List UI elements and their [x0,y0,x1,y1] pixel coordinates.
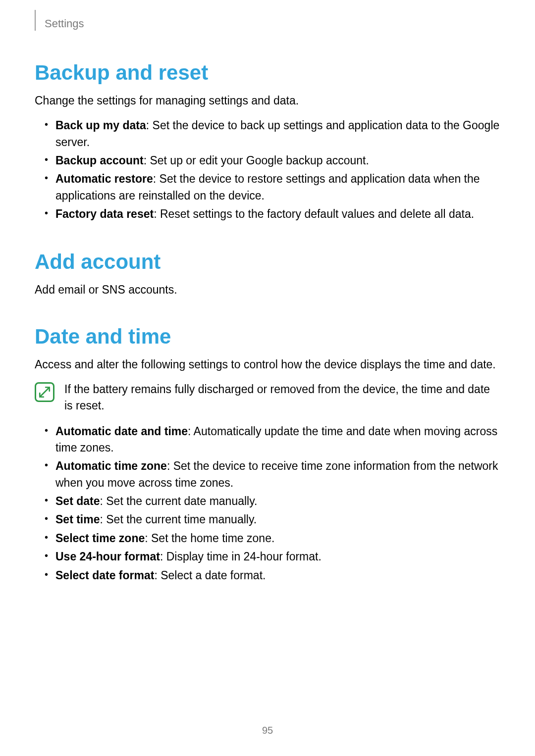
item-desc: : Display time in 24-hour format. [160,550,321,563]
list-item: Back up my data: Set the device to back … [55,117,500,151]
intro-add-account: Add email or SNS accounts. [35,282,500,298]
section-date-and-time: Date and time Access and alter the follo… [35,324,500,584]
list-item: Select time zone: Set the home time zone… [55,530,500,547]
note-text: If the battery remains fully discharged … [64,381,500,413]
list-item: Select date format: Select a date format… [55,567,500,584]
list-date-time: Automatic date and time: Automatically u… [35,423,500,584]
item-desc: : Set up or edit your Google backup acco… [144,154,369,167]
header-divider [35,10,36,31]
item-desc: : Set the current date manually. [100,495,257,507]
note-box: If the battery remains fully discharged … [35,381,500,413]
heading-add-account: Add account [35,250,500,274]
list-item: Automatic restore: Set the device to res… [55,171,500,204]
note-icon [35,382,54,402]
list-backup: Back up my data: Set the device to back … [35,117,500,222]
list-item: Backup account: Set up or edit your Goog… [55,152,500,169]
breadcrumb: Settings [45,17,84,30]
item-label: Automatic date and time [55,425,188,438]
page-number: 95 [0,725,535,736]
list-item: Use 24-hour format: Display time in 24-h… [55,549,500,565]
item-desc: : Select a date format. [154,569,266,582]
header-bar: Settings [35,15,500,36]
list-item: Factory data reset: Reset settings to th… [55,206,500,222]
list-item: Automatic date and time: Automatically u… [55,423,500,456]
list-item: Automatic time zone: Set the device to r… [55,458,500,491]
section-backup-and-reset: Backup and reset Change the settings for… [35,60,500,223]
item-label: Back up my data [55,119,146,132]
list-item: Set date: Set the current date manually. [55,493,500,509]
item-label: Automatic restore [55,172,153,185]
item-label: Set time [55,513,100,526]
heading-date-and-time: Date and time [35,324,500,349]
intro-date-time: Access and alter the following settings … [35,357,500,372]
item-label: Use 24-hour format [55,550,160,563]
intro-backup: Change the settings for managing setting… [35,93,500,108]
item-label: Select date format [55,569,154,582]
heading-backup-and-reset: Backup and reset [35,60,500,85]
item-desc: : Reset settings to the factory default … [154,207,474,220]
section-add-account: Add account Add email or SNS accounts. [35,250,500,298]
item-desc: : Set the home time zone. [145,532,274,545]
list-item: Set time: Set the current time manually. [55,511,500,528]
item-label: Automatic time zone [55,459,167,472]
manual-page: Settings Backup and reset Change the set… [0,0,535,584]
item-label: Set date [55,495,100,507]
item-label: Select time zone [55,532,145,545]
item-label: Factory data reset [55,207,154,220]
item-desc: : Set the current time manually. [100,513,257,526]
item-label: Backup account [55,154,144,167]
